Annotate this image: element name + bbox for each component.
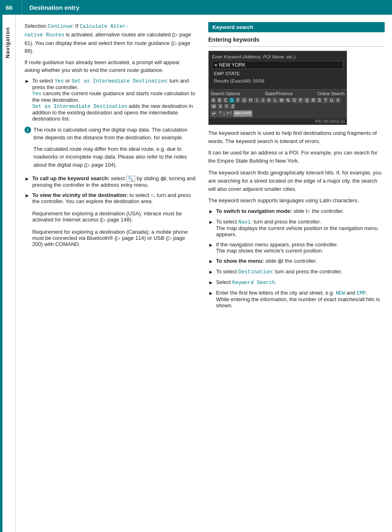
main-content: Selection Continue: If Calculate Alter-n… [16,15,392,532]
key-f[interactable]: F [235,98,241,103]
rb1: ► To switch to navigation mode: slide t○… [208,208,385,215]
key-s[interactable]: S [317,98,322,103]
destination-mono: Destination [238,269,272,275]
info-text: The route is calculated using the digita… [33,126,196,172]
scr-options-row: Search Options State/Province Online Sea… [211,91,345,96]
scr-kbd-row1: A B C D F G H I J K L M N O P [211,98,345,109]
key-u[interactable]: U [329,98,334,103]
key-p[interactable]: P [298,98,303,103]
rb5: ► To select Destination: turn and press … [208,268,385,275]
bullet-vicinity-text: To view the vicinity of the destination:… [32,192,196,247]
text-selection: Selection [24,23,48,29]
key-j[interactable]: J [260,98,265,103]
key-abc[interactable]: abc/smnt [233,110,252,117]
rb5-row: ► To select Destination: turn and press … [208,268,385,275]
navi-mono: Navi [238,219,251,225]
scr-newyork-text: NEW YORK [219,62,245,68]
new-mono: NEW [336,291,345,296]
continue-mono: Continue [48,24,72,29]
scr-arrow-icon: ● [214,62,217,68]
key-h[interactable]: H [248,98,253,103]
rb4-bold: To show the menu: [216,258,264,264]
page-title: Destination entry [22,4,87,11]
rb2: ► To select Navi: turn and press the con… [208,219,385,237]
set-intermediate2-mono: Set as Intermediate Destination [32,104,127,110]
key-d[interactable]: D [229,98,234,103]
key-g[interactable]: G [241,98,247,103]
page-number: 66 [0,0,22,15]
rb1-text: To switch to navigation mode: slide t○ t… [216,208,344,214]
key-o[interactable]: O [292,98,297,103]
vicinity-bold: To view the vicinity of the destination: [32,192,128,198]
key-symbols[interactable]: * . , + ! [218,110,232,117]
key-y[interactable]: Y [224,104,229,109]
kw-bold: To call up the keyword search: [32,175,109,181]
bullet-keyword-search: ► To call up the keyword search: select … [24,175,196,188]
arrow-icon-kw: ► [24,176,30,182]
rb6-text: Select Keyword Search. [216,279,276,286]
key-q[interactable]: Q [304,98,310,103]
key-enter[interactable]: ↵ [211,110,217,117]
info-para1: The route is calculated using the digita… [33,126,196,142]
key-w[interactable]: W [211,104,217,109]
rb3: ► If the navigation menu appears, press … [208,241,385,254]
key-c[interactable]: C [223,98,228,103]
key-m[interactable]: M [278,98,284,103]
arrow-icon-rb1: ► [208,208,214,215]
key-t[interactable]: T [323,98,328,103]
rb4-text: To show the menu: slide ◍l the controlle… [216,258,317,264]
selection-continue-para: Selection Continue: If Calculate Alter-n… [24,22,196,55]
bullet-row-yes: ► To select Yes or Set as Intermediate D… [24,78,196,122]
arrow-icon: ► [24,78,30,84]
set-intermediate-mono: Set as Intermediate Destination [71,78,167,84]
rb7-text: Enter the first few letters of the city … [216,290,385,308]
yes2-mono: Yes [32,91,42,97]
keyword-search-box-header: Keyword search [208,22,385,32]
keyword-search-screenshot: Enter Keyword (Address, POI Name, etc.):… [208,51,347,125]
left-column: Selection Continue: If Calculate Alter-n… [16,22,203,525]
bullet-row-kw: ► To call up the keyword search: select … [24,175,196,188]
page-layout: Navigation Selection Continue: If Calcul… [0,15,392,532]
rb2-row: ► To select Navi: turn and press the con… [208,219,385,237]
arrow-icon-rb5: ► [208,269,214,275]
rb7-row: ► Enter the first few letters of the cit… [208,290,385,308]
key-z[interactable]: Z [230,104,235,109]
rp3: The keyword search finds geographically … [208,169,385,193]
info-icon: i [24,127,31,133]
text-if: : If [72,23,80,29]
rb1-bold: To switch to navigation mode: [216,208,292,214]
screenshot-inner: Enter Keyword (Address, POI Name, etc.):… [209,51,347,89]
bullet-vicinity: ► To view the vicinity of the destinatio… [24,192,196,247]
keyword-box-label: Keyword search [212,24,253,30]
rb3-row: ► If the navigation menu appears, press … [208,241,385,254]
rp4: The keyword search supports languages us… [208,197,385,205]
scr-results: Results (Exact/All): 56/58 [212,78,343,86]
entering-keywords-title: Entering keywords [208,36,385,43]
key-i[interactable]: I [254,98,259,103]
arrow-icon-rb7: ► [208,290,214,296]
right-column: Keyword search Entering keywords Enter K… [203,22,392,525]
scr-row-newyork: ● NEW YORK [212,61,343,69]
key-b[interactable]: B [217,98,222,103]
scr-input-label: Enter Keyword (Address, POI Name, etc.): [212,54,343,59]
info-bullet-route: i The route is calculated using the digi… [24,126,196,172]
rb6: ► Select Keyword Search. [208,279,385,286]
key-l[interactable]: L [272,98,278,103]
bullet-row-vicinity: ► To view the vicinity of the destinatio… [24,192,196,247]
sidebar: Navigation [0,15,16,532]
key-k[interactable]: K [266,98,272,103]
rp2: It can be used for an address or a POI. … [208,149,385,165]
key-n[interactable]: N [285,98,291,103]
rp1: The keyword search is used to help find … [208,129,385,145]
arrow-icon-rb2: ► [208,219,214,225]
key-x[interactable]: X [218,104,223,109]
scr-row-empstate: EMP STATE [212,70,343,77]
rb1-row: ► To switch to navigation mode: slide t○… [208,208,385,215]
key-a[interactable]: A [211,98,216,103]
rb7: ► Enter the first few letters of the cit… [208,290,385,308]
sidebar-label: Navigation [4,27,11,58]
rb4: ► To show the menu: slide ◍l the control… [208,258,385,264]
key-v[interactable]: V [335,98,341,103]
key-r[interactable]: R [311,98,316,103]
search-icon-box: 🔍 [126,176,135,182]
